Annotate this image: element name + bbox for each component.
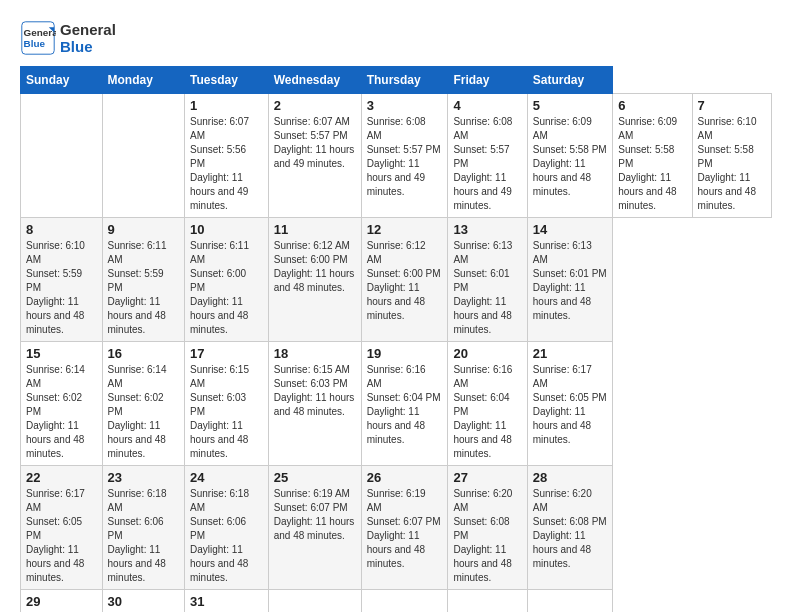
day-info: Sunrise: 6:15 AMSunset: 6:03 PMDaylight:… [190,364,249,459]
day-number: 9 [108,222,180,237]
calendar-day-cell: 28 Sunrise: 6:20 AMSunset: 6:08 PMDaylig… [527,466,612,590]
day-info: Sunrise: 6:19 AMSunset: 6:07 PMDaylight:… [367,488,441,569]
calendar-day-cell: 4 Sunrise: 6:08 AMSunset: 5:57 PMDayligh… [448,94,527,218]
day-info: Sunrise: 6:13 AMSunset: 6:01 PMDaylight:… [453,240,512,335]
calendar-table: SundayMondayTuesdayWednesdayThursdayFrid… [20,66,772,612]
day-number: 24 [190,470,263,485]
day-number: 5 [533,98,607,113]
empty-cell [102,94,185,218]
day-info: Sunrise: 6:15 AMSunset: 6:03 PMDaylight:… [274,364,355,417]
calendar-day-cell: 16 Sunrise: 6:14 AMSunset: 6:02 PMDaylig… [102,342,185,466]
calendar-day-cell: 18 Sunrise: 6:15 AMSunset: 6:03 PMDaylig… [268,342,361,466]
day-info: Sunrise: 6:09 AMSunset: 5:58 PMDaylight:… [533,116,607,197]
day-number: 3 [367,98,443,113]
calendar-day-cell: 11 Sunrise: 6:12 AMSunset: 6:00 PMDaylig… [268,218,361,342]
calendar-header-thursday: Thursday [361,67,448,94]
day-info: Sunrise: 6:08 AMSunset: 5:57 PMDaylight:… [453,116,512,211]
page-header: General Blue General Blue [20,20,772,56]
day-number: 30 [108,594,180,609]
day-number: 26 [367,470,443,485]
calendar-header-row: SundayMondayTuesdayWednesdayThursdayFrid… [21,67,772,94]
calendar-day-cell: 5 Sunrise: 6:09 AMSunset: 5:58 PMDayligh… [527,94,612,218]
day-number: 11 [274,222,356,237]
day-number: 7 [698,98,766,113]
day-info: Sunrise: 6:16 AMSunset: 6:04 PMDaylight:… [453,364,512,459]
calendar-day-cell: 6 Sunrise: 6:09 AMSunset: 5:58 PMDayligh… [613,94,692,218]
calendar-week-row: 8 Sunrise: 6:10 AMSunset: 5:59 PMDayligh… [21,218,772,342]
calendar-week-row: 22 Sunrise: 6:17 AMSunset: 6:05 PMDaylig… [21,466,772,590]
logo: General Blue General Blue [20,20,116,56]
day-info: Sunrise: 6:07 AMSunset: 5:56 PMDaylight:… [190,116,249,211]
day-number: 6 [618,98,686,113]
day-number: 10 [190,222,263,237]
day-info: Sunrise: 6:07 AMSunset: 5:57 PMDaylight:… [274,116,355,169]
day-info: Sunrise: 6:12 AMSunset: 6:00 PMDaylight:… [274,240,355,293]
day-number: 13 [453,222,521,237]
calendar-day-cell: 30 Sunrise: 6:21 AMSunset: 6:09 PMDaylig… [102,590,185,613]
day-number: 12 [367,222,443,237]
calendar-day-cell: 25 Sunrise: 6:19 AMSunset: 6:07 PMDaylig… [268,466,361,590]
calendar-day-cell: 10 Sunrise: 6:11 AMSunset: 6:00 PMDaylig… [185,218,269,342]
day-info: Sunrise: 6:13 AMSunset: 6:01 PMDaylight:… [533,240,607,321]
empty-cell [361,590,448,613]
calendar-day-cell: 1 Sunrise: 6:07 AMSunset: 5:56 PMDayligh… [185,94,269,218]
day-number: 18 [274,346,356,361]
day-number: 23 [108,470,180,485]
calendar-day-cell: 29 Sunrise: 6:20 AMSunset: 6:09 PMDaylig… [21,590,103,613]
calendar-day-cell: 26 Sunrise: 6:19 AMSunset: 6:07 PMDaylig… [361,466,448,590]
calendar-day-cell: 3 Sunrise: 6:08 AMSunset: 5:57 PMDayligh… [361,94,448,218]
day-number: 19 [367,346,443,361]
calendar-header-friday: Friday [448,67,527,94]
day-number: 16 [108,346,180,361]
day-info: Sunrise: 6:09 AMSunset: 5:58 PMDaylight:… [618,116,677,211]
calendar-header-tuesday: Tuesday [185,67,269,94]
calendar-day-cell: 8 Sunrise: 6:10 AMSunset: 5:59 PMDayligh… [21,218,103,342]
calendar-day-cell: 24 Sunrise: 6:18 AMSunset: 6:06 PMDaylig… [185,466,269,590]
day-info: Sunrise: 6:14 AMSunset: 6:02 PMDaylight:… [26,364,85,459]
day-info: Sunrise: 6:11 AMSunset: 5:59 PMDaylight:… [108,240,167,335]
day-number: 20 [453,346,521,361]
day-number: 8 [26,222,97,237]
calendar-body: 1 Sunrise: 6:07 AMSunset: 5:56 PMDayligh… [21,94,772,613]
calendar-day-cell: 19 Sunrise: 6:16 AMSunset: 6:04 PMDaylig… [361,342,448,466]
calendar-day-cell: 12 Sunrise: 6:12 AMSunset: 6:00 PMDaylig… [361,218,448,342]
calendar-header-sunday: Sunday [21,67,103,94]
day-info: Sunrise: 6:16 AMSunset: 6:04 PMDaylight:… [367,364,441,445]
day-info: Sunrise: 6:19 AMSunset: 6:07 PMDaylight:… [274,488,355,541]
calendar-header-wednesday: Wednesday [268,67,361,94]
day-info: Sunrise: 6:18 AMSunset: 6:06 PMDaylight:… [108,488,167,583]
day-info: Sunrise: 6:08 AMSunset: 5:57 PMDaylight:… [367,116,441,197]
day-number: 17 [190,346,263,361]
calendar-day-cell: 23 Sunrise: 6:18 AMSunset: 6:06 PMDaylig… [102,466,185,590]
calendar-day-cell: 20 Sunrise: 6:16 AMSunset: 6:04 PMDaylig… [448,342,527,466]
day-number: 22 [26,470,97,485]
day-info: Sunrise: 6:14 AMSunset: 6:02 PMDaylight:… [108,364,167,459]
calendar-week-row: 1 Sunrise: 6:07 AMSunset: 5:56 PMDayligh… [21,94,772,218]
calendar-day-cell: 14 Sunrise: 6:13 AMSunset: 6:01 PMDaylig… [527,218,612,342]
day-number: 1 [190,98,263,113]
calendar-week-row: 15 Sunrise: 6:14 AMSunset: 6:02 PMDaylig… [21,342,772,466]
day-number: 21 [533,346,607,361]
day-info: Sunrise: 6:20 AMSunset: 6:08 PMDaylight:… [533,488,607,569]
day-number: 15 [26,346,97,361]
calendar-day-cell: 17 Sunrise: 6:15 AMSunset: 6:03 PMDaylig… [185,342,269,466]
day-info: Sunrise: 6:20 AMSunset: 6:08 PMDaylight:… [453,488,512,583]
calendar-day-cell: 15 Sunrise: 6:14 AMSunset: 6:02 PMDaylig… [21,342,103,466]
day-number: 25 [274,470,356,485]
empty-cell [448,590,527,613]
logo-icon: General Blue [20,20,56,56]
calendar-day-cell: 27 Sunrise: 6:20 AMSunset: 6:08 PMDaylig… [448,466,527,590]
day-number: 31 [190,594,263,609]
day-info: Sunrise: 6:10 AMSunset: 5:58 PMDaylight:… [698,116,757,211]
calendar-day-cell: 31 Sunrise: 6:21 AMSunset: 6:10 PMDaylig… [185,590,269,613]
day-number: 28 [533,470,607,485]
day-info: Sunrise: 6:18 AMSunset: 6:06 PMDaylight:… [190,488,249,583]
day-info: Sunrise: 6:11 AMSunset: 6:00 PMDaylight:… [190,240,249,335]
svg-text:Blue: Blue [24,38,46,49]
calendar-day-cell: 9 Sunrise: 6:11 AMSunset: 5:59 PMDayligh… [102,218,185,342]
calendar-day-cell: 21 Sunrise: 6:17 AMSunset: 6:05 PMDaylig… [527,342,612,466]
day-number: 27 [453,470,521,485]
day-info: Sunrise: 6:17 AMSunset: 6:05 PMDaylight:… [533,364,607,445]
calendar-header-monday: Monday [102,67,185,94]
calendar-week-row: 29 Sunrise: 6:20 AMSunset: 6:09 PMDaylig… [21,590,772,613]
